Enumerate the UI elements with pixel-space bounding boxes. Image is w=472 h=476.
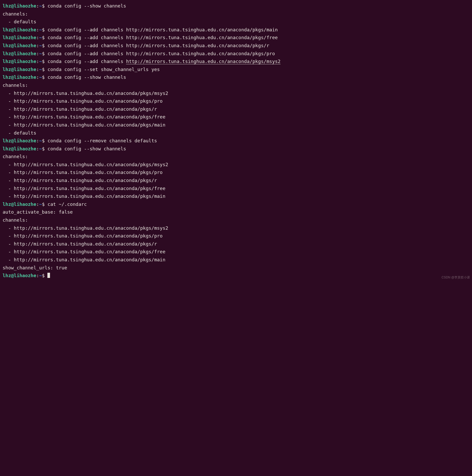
terminal-line: lhz@lihaozhe:~$ conda config --set show_…: [3, 66, 469, 74]
prompt-user-host: lhz@lihaozhe: [3, 59, 36, 64]
command-text: conda config --add channels http://mirro…: [47, 51, 275, 56]
prompt-user-host: lhz@lihaozhe: [3, 51, 36, 56]
output-text: - http://mirrors.tuna.tsinghua.edu.cn/an…: [3, 170, 163, 175]
terminal-line: - http://mirrors.tuna.tsinghua.edu.cn/an…: [3, 240, 469, 248]
terminal-line: lhz@lihaozhe:~$ cat ~/.condarc: [3, 200, 469, 208]
prompt-colon: :: [36, 43, 39, 48]
output-text: channels:: [3, 154, 28, 159]
terminal-line: lhz@lihaozhe:~$ conda config --show chan…: [3, 145, 469, 153]
prompt-user-host: lhz@lihaozhe: [3, 3, 36, 9]
prompt-user-host: lhz@lihaozhe: [3, 43, 36, 48]
terminal-line: - http://mirrors.tuna.tsinghua.edu.cn/an…: [3, 185, 469, 193]
prompt-cwd: ~: [39, 146, 42, 151]
output-text: - http://mirrors.tuna.tsinghua.edu.cn/an…: [3, 186, 166, 191]
prompt-dollar: $: [42, 146, 48, 151]
terminal-line: - defaults: [3, 18, 469, 26]
output-text: show_channel_urls: true: [3, 265, 67, 270]
prompt-user-host: lhz@lihaozhe: [3, 67, 36, 72]
prompt-cwd: ~: [39, 273, 42, 278]
terminal-line: - http://mirrors.tuna.tsinghua.edu.cn/an…: [3, 177, 469, 185]
output-text: channels:: [3, 82, 28, 88]
watermark: CSDN @李昊哲小课: [441, 275, 470, 280]
output-text: - defaults: [3, 130, 36, 136]
command-text: cat ~/.condarc: [47, 201, 87, 207]
prompt-colon: :: [36, 3, 39, 9]
terminal-line: - http://mirrors.tuna.tsinghua.edu.cn/an…: [3, 89, 469, 97]
prompt-cwd: ~: [39, 138, 42, 143]
prompt-cwd: ~: [39, 51, 42, 56]
terminal-line: lhz@lihaozhe:~$ conda config --remove ch…: [3, 137, 469, 145]
output-text: - http://mirrors.tuna.tsinghua.edu.cn/an…: [3, 233, 163, 239]
terminal-line: lhz@lihaozhe:~$ conda config --add chann…: [3, 34, 469, 42]
prompt-dollar: $: [42, 27, 48, 32]
terminal-line: - http://mirrors.tuna.tsinghua.edu.cn/an…: [3, 97, 469, 105]
command-text: conda config --set show_channel_urls yes: [47, 67, 160, 72]
prompt-user-host: lhz@lihaozhe: [3, 35, 36, 40]
prompt-dollar: $: [42, 3, 48, 9]
output-text: - http://mirrors.tuna.tsinghua.edu.cn/an…: [3, 249, 166, 254]
output-text: - http://mirrors.tuna.tsinghua.edu.cn/an…: [3, 193, 166, 199]
prompt-cwd: ~: [39, 74, 42, 80]
prompt-dollar: $: [42, 67, 48, 72]
prompt-cwd: ~: [39, 3, 42, 9]
terminal-line: - http://mirrors.tuna.tsinghua.edu.cn/an…: [3, 256, 469, 264]
terminal-line: - defaults: [3, 129, 469, 137]
cursor: [47, 273, 50, 278]
prompt-colon: :: [36, 67, 39, 72]
prompt-dollar: $: [42, 201, 48, 207]
command-text: conda config --show channels: [47, 3, 126, 9]
command-text: conda config --add channels http://mirro…: [47, 43, 269, 48]
prompt-dollar: $: [42, 273, 48, 278]
output-text: - http://mirrors.tuna.tsinghua.edu.cn/an…: [3, 225, 168, 231]
terminal[interactable]: lhz@lihaozhe:~$ conda config --show chan…: [0, 0, 472, 282]
terminal-line: channels:: [3, 153, 469, 161]
prompt-colon: :: [36, 138, 39, 143]
terminal-line: channels:: [3, 81, 469, 89]
prompt-colon: :: [36, 273, 39, 278]
command-text: conda config --show channels: [47, 146, 126, 151]
command-text: conda config --add channels http://mirro…: [47, 27, 278, 32]
terminal-line: channels:: [3, 216, 469, 224]
command-text: conda config --add channels http://mirro…: [47, 35, 278, 40]
terminal-line: - http://mirrors.tuna.tsinghua.edu.cn/an…: [3, 113, 469, 121]
terminal-line: lhz@lihaozhe:~$: [3, 272, 469, 280]
prompt-colon: :: [36, 27, 39, 32]
prompt-cwd: ~: [39, 35, 42, 40]
prompt-colon: :: [36, 35, 39, 40]
prompt-cwd: ~: [39, 201, 42, 207]
output-text: - http://mirrors.tuna.tsinghua.edu.cn/an…: [3, 122, 166, 128]
command-text: http://mirrors.tuna.tsinghua.edu.cn/anac…: [126, 59, 281, 64]
output-text: - http://mirrors.tuna.tsinghua.edu.cn/an…: [3, 178, 157, 183]
command-text: conda config --add channels: [47, 59, 126, 64]
prompt-colon: :: [36, 74, 39, 80]
command-text: conda config --show channels: [47, 74, 126, 80]
terminal-line: - http://mirrors.tuna.tsinghua.edu.cn/an…: [3, 169, 469, 177]
prompt-colon: :: [36, 201, 39, 207]
output-text: - http://mirrors.tuna.tsinghua.edu.cn/an…: [3, 98, 163, 104]
terminal-line: lhz@lihaozhe:~$ conda config --add chann…: [3, 26, 469, 34]
terminal-line: lhz@lihaozhe:~$ conda config --add chann…: [3, 58, 469, 66]
prompt-dollar: $: [42, 74, 48, 80]
terminal-line: - http://mirrors.tuna.tsinghua.edu.cn/an…: [3, 105, 469, 113]
prompt-cwd: ~: [39, 59, 42, 64]
prompt-cwd: ~: [39, 27, 42, 32]
terminal-line: lhz@lihaozhe:~$ conda config --show chan…: [3, 73, 469, 81]
output-text: - http://mirrors.tuna.tsinghua.edu.cn/an…: [3, 162, 168, 167]
prompt-dollar: $: [42, 35, 48, 40]
prompt-user-host: lhz@lihaozhe: [3, 27, 36, 32]
output-text: - http://mirrors.tuna.tsinghua.edu.cn/an…: [3, 114, 166, 120]
prompt-dollar: $: [42, 59, 48, 64]
prompt-user-host: lhz@lihaozhe: [3, 201, 36, 207]
prompt-dollar: $: [42, 51, 48, 56]
prompt-colon: :: [36, 146, 39, 151]
output-text: - defaults: [3, 19, 36, 24]
prompt-user-host: lhz@lihaozhe: [3, 74, 36, 80]
prompt-user-host: lhz@lihaozhe: [3, 146, 36, 151]
terminal-line: channels:: [3, 10, 469, 18]
output-text: - http://mirrors.tuna.tsinghua.edu.cn/an…: [3, 257, 166, 262]
output-text: - http://mirrors.tuna.tsinghua.edu.cn/an…: [3, 106, 157, 112]
terminal-line: - http://mirrors.tuna.tsinghua.edu.cn/an…: [3, 121, 469, 129]
output-text: auto_activate_base: false: [3, 209, 73, 215]
terminal-line: - http://mirrors.tuna.tsinghua.edu.cn/an…: [3, 232, 469, 240]
output-text: channels:: [3, 217, 28, 223]
